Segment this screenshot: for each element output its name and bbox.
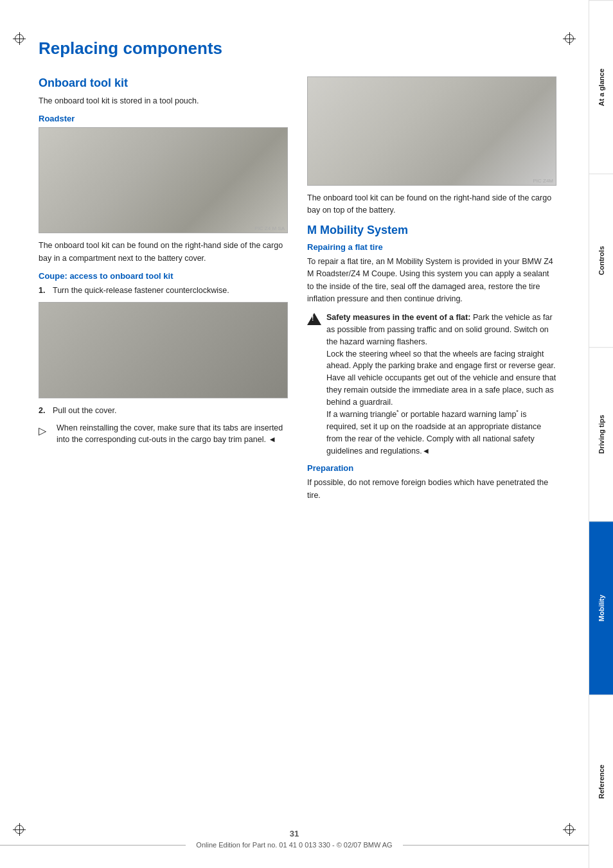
step-1-text: Turn the quick-release fastener counterc… <box>53 285 229 297</box>
warning-title: Safety measures in the event of a flat: <box>326 313 470 322</box>
footer-text: Online Edition for Part no. 01 41 0 013 … <box>186 841 402 849</box>
sidebar-tab-mobility[interactable]: Mobility <box>589 521 613 695</box>
preparation-text: If possible, do not remove foreign bodie… <box>307 477 556 502</box>
onboard-intro-text: The onboard tool kit is stored in a tool… <box>39 95 288 107</box>
coupe-note: ▷ When reinstalling the cover, make sure… <box>39 422 288 447</box>
roadster-title: Roadster <box>39 114 288 123</box>
sidebar-tab-controls[interactable]: Controls <box>589 173 613 347</box>
step-1: 1. Turn the quick-release fastener count… <box>39 285 288 297</box>
sidebar-tab-at-a-glance[interactable]: At a glance <box>589 0 613 173</box>
two-column-layout: Onboard tool kit The onboard tool kit is… <box>39 76 556 508</box>
right-col-text: The onboard tool kit can be found on the… <box>307 192 556 217</box>
coupe-steps: 1. Turn the quick-release fastener count… <box>39 285 288 297</box>
right-image: PIC Z4M <box>307 76 556 186</box>
coupe-image <box>39 302 288 398</box>
left-column: Onboard tool kit The onboard tool kit is… <box>39 76 288 508</box>
warning-triangle-icon <box>307 313 321 325</box>
step-2-num: 2. <box>39 405 48 417</box>
preparation-title: Preparation <box>307 463 556 473</box>
step-2-text: Pull out the cover. <box>53 405 116 417</box>
m-mobility-section: M Mobility System Repairing a flat tire … <box>307 224 556 502</box>
onboard-tool-kit-title: Onboard tool kit <box>39 76 288 90</box>
main-content: Replacing components Onboard tool kit Th… <box>0 0 589 868</box>
right-column: PIC Z4M The onboard tool kit can be foun… <box>307 76 556 508</box>
roadster-description: The onboard tool kit can be found on the… <box>39 240 288 265</box>
sidebar-tab-reference[interactable]: Reference <box>589 695 613 868</box>
warning-content: Safety measures in the event of a flat: … <box>326 312 556 457</box>
sidebar: At a glance Controls Driving tips Mobili… <box>589 0 613 868</box>
page-title: Replacing components <box>39 39 556 58</box>
coupe-steps-2: 2. Pull out the cover. <box>39 405 288 417</box>
step-1-num: 1. <box>39 285 48 297</box>
repairing-intro: To repair a flat tire, an M Mobility Sys… <box>307 256 556 306</box>
page-number: 31 <box>0 829 589 838</box>
coupe-note-text: When reinstalling the cover, make sure t… <box>57 422 288 447</box>
page: Replacing components Onboard tool kit Th… <box>0 0 613 868</box>
m-mobility-title: M Mobility System <box>307 224 556 237</box>
roadster-image: PIC Z4 M SA <box>39 127 288 233</box>
step-2: 2. Pull out the cover. <box>39 405 288 417</box>
footer-line: Online Edition for Part no. 01 41 0 013 … <box>0 841 589 849</box>
warning-text: Park the vehicle as far as possible from… <box>326 313 556 455</box>
repairing-title: Repairing a flat tire <box>307 242 556 252</box>
note-arrow-icon: ▷ <box>39 423 51 447</box>
note-end-mark: ◄ <box>268 435 276 444</box>
coupe-title: Coupe: access to onboard tool kit <box>39 271 288 281</box>
sidebar-tab-driving-tips[interactable]: Driving tips <box>589 347 613 520</box>
warning-box: Safety measures in the event of a flat: … <box>307 312 556 457</box>
page-footer: 31 Online Edition for Part no. 01 41 0 0… <box>0 829 589 849</box>
